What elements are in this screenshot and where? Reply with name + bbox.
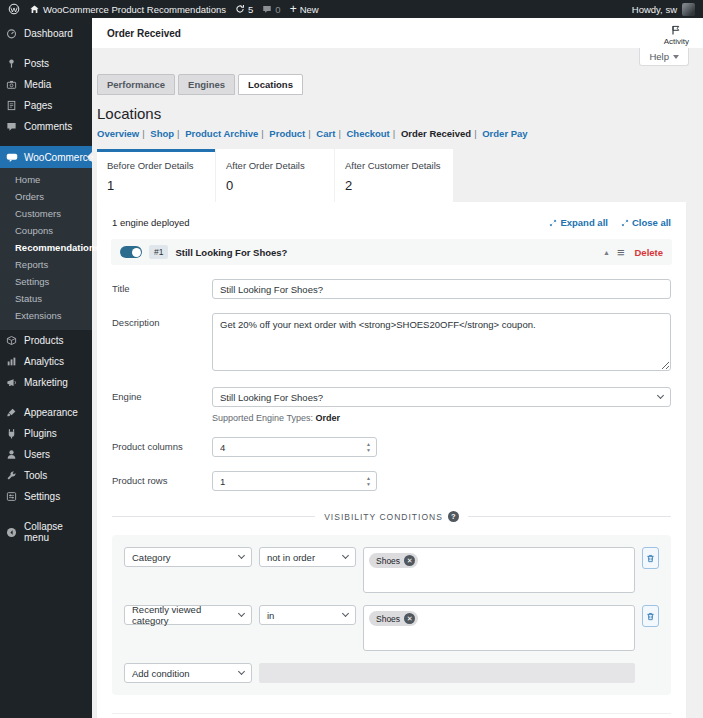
breadcrumb-link-checkout[interactable]: Checkout: [346, 128, 389, 139]
sidebar-item-pages[interactable]: Pages: [0, 95, 92, 116]
add-condition-placeholder-bar: [259, 663, 635, 683]
sidebar-item-plugins[interactable]: Plugins: [0, 423, 92, 444]
tab-performance[interactable]: Performance: [97, 74, 175, 95]
expand-all-link[interactable]: Expand all: [549, 217, 608, 228]
drag-handle-icon[interactable]: ≡: [617, 246, 625, 259]
megaphone-icon: [6, 377, 18, 388]
flag-icon: [670, 24, 682, 36]
comments-link[interactable]: 0: [262, 4, 280, 15]
comments-count: 0: [275, 4, 280, 15]
sidebar-item-woocommerce[interactable]: WooCommerce: [0, 146, 92, 168]
submenu-item-extensions[interactable]: Extensions: [0, 307, 92, 324]
chevron-down-icon: [238, 610, 245, 617]
breadcrumb-separator: |: [390, 128, 398, 139]
sidebar-item-analytics[interactable]: Analytics: [0, 351, 92, 372]
site-name: WooCommerce Product Recommendations: [43, 4, 226, 15]
condition-value-field[interactable]: Shoes ✕: [363, 547, 635, 593]
breadcrumb-separator: |: [174, 128, 182, 139]
stepper-arrows-icon[interactable]: ▲▼: [366, 476, 371, 487]
box-icon: [6, 335, 18, 346]
submenu-item-coupons[interactable]: Coupons: [0, 222, 92, 239]
updates-link[interactable]: 5: [235, 4, 253, 15]
new-content-link[interactable]: + New: [290, 4, 319, 15]
help-icon[interactable]: ?: [448, 511, 459, 522]
add-condition-select[interactable]: Add condition: [124, 663, 252, 683]
engine-helper-text: Supported Engine Types: Order: [212, 413, 671, 423]
product-columns-stepper[interactable]: ▲▼: [212, 437, 377, 457]
engine-select[interactable]: Still Looking For Shoes?: [212, 387, 671, 407]
remove-tag-icon[interactable]: ✕: [404, 555, 415, 566]
card-count: 1: [107, 178, 205, 193]
tag-pill: Shoes ✕: [369, 553, 418, 568]
card-after-customer-details[interactable]: After Customer Details 2: [335, 149, 453, 202]
breadcrumb-link-product-archive[interactable]: Product Archive: [185, 128, 258, 139]
plug-icon: [6, 428, 18, 439]
title-input[interactable]: [212, 279, 671, 299]
submenu-item-reports[interactable]: Reports: [0, 256, 92, 273]
sidebar-item-marketing[interactable]: Marketing: [0, 372, 92, 393]
sidebar-item-users[interactable]: Users: [0, 444, 92, 465]
product-rows-label: Product rows: [112, 471, 212, 491]
stepper-arrows-icon[interactable]: ▲▼: [366, 442, 371, 453]
sidebar-item-products[interactable]: Products: [0, 330, 92, 351]
close-all-link[interactable]: Close all: [621, 217, 671, 228]
sidebar-item-dashboard[interactable]: Dashboard: [0, 23, 92, 44]
remove-tag-icon[interactable]: ✕: [404, 613, 415, 624]
condition-operator-select[interactable]: not in order: [259, 547, 356, 567]
condition-operator-select[interactable]: in: [259, 605, 356, 625]
home-icon: [29, 4, 40, 15]
locations-panel: 1 engine deployed Expand all Close all: [97, 202, 686, 718]
product-columns-input[interactable]: [213, 442, 366, 453]
sidebar-item-comments[interactable]: Comments: [0, 116, 92, 137]
collapse-caret-icon[interactable]: ▲: [603, 249, 610, 256]
submenu-item-home[interactable]: Home: [0, 171, 92, 188]
tab-engines[interactable]: Engines: [178, 74, 235, 95]
product-rows-stepper[interactable]: ▲▼: [212, 471, 377, 491]
submenu-item-recommendations[interactable]: Recommendations: [0, 239, 92, 256]
help-dropdown[interactable]: Help: [639, 48, 689, 66]
visibility-conditions-box: Category not in order Shoes ✕: [112, 535, 671, 695]
tab-locations[interactable]: Locations: [238, 74, 303, 95]
delete-condition-button[interactable]: [642, 547, 659, 569]
engine-enabled-toggle[interactable]: [120, 246, 142, 258]
activity-button[interactable]: Activity: [664, 24, 689, 46]
breadcrumb-link-shop[interactable]: Shop: [150, 128, 174, 139]
chevron-down-icon: [673, 55, 679, 59]
breadcrumb-link-overview[interactable]: Overview: [97, 128, 139, 139]
site-link[interactable]: WooCommerce Product Recommendations: [29, 4, 226, 15]
card-after-order-details[interactable]: After Order Details 0: [216, 149, 334, 202]
sidebar-item-posts[interactable]: Posts: [0, 53, 92, 74]
sidebar-item-appearance[interactable]: Appearance: [0, 402, 92, 423]
wordpress-logo-icon[interactable]: [8, 3, 20, 15]
submenu-item-customers[interactable]: Customers: [0, 205, 92, 222]
submenu-item-orders[interactable]: Orders: [0, 188, 92, 205]
comments-bubble-icon: [6, 121, 18, 132]
description-label: Description: [112, 313, 212, 373]
sidebar-item-media[interactable]: Media: [0, 74, 92, 95]
pages-icon: [6, 100, 18, 111]
sidebar-item-settings[interactable]: Settings: [0, 486, 92, 507]
submenu-item-settings[interactable]: Settings: [0, 273, 92, 290]
product-rows-input[interactable]: [213, 476, 366, 487]
condition-type-select[interactable]: Category: [124, 547, 252, 567]
chevron-down-icon: [342, 610, 349, 617]
card-before-order-details[interactable]: Before Order Details 1: [97, 149, 215, 202]
page-header-title: Order Received: [107, 28, 181, 39]
delete-condition-button[interactable]: [642, 605, 659, 627]
breadcrumb-link-order-pay[interactable]: Order Pay: [482, 128, 527, 139]
submenu-item-status[interactable]: Status: [0, 290, 92, 307]
collapse-menu-button[interactable]: Collapse menu: [0, 516, 92, 548]
breadcrumb-separator: |: [471, 128, 479, 139]
breadcrumb-link-cart[interactable]: Cart: [316, 128, 335, 139]
product-columns-label: Product columns: [112, 437, 212, 457]
page-title: Locations: [97, 105, 686, 122]
breadcrumb-separator: |: [258, 128, 266, 139]
description-textarea[interactable]: Get 20% off your next order with <strong…: [212, 313, 671, 371]
howdy-link[interactable]: Howdy, sw: [632, 4, 677, 15]
condition-type-select[interactable]: Recently viewed category: [124, 605, 252, 625]
delete-engine-button[interactable]: Delete: [634, 247, 663, 258]
condition-value-field[interactable]: Shoes ✕: [363, 605, 635, 651]
sidebar-item-tools[interactable]: Tools: [0, 465, 92, 486]
breadcrumb-link-product[interactable]: Product: [269, 128, 305, 139]
avatar[interactable]: [682, 3, 695, 16]
